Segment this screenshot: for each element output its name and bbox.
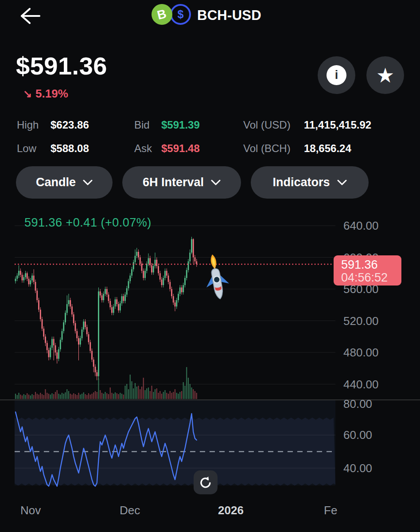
bch-usd-chart-screen: B $ BCH-USD $591.36 ↘5.19% i ★ High $623… xyxy=(0,0,420,532)
indicators-dropdown[interactable]: Indicators xyxy=(251,166,369,199)
chevron-down-icon xyxy=(211,180,221,185)
back-arrow-icon xyxy=(19,6,41,26)
chart-last-price-label: 591.36 +0.41 (+0.07%) xyxy=(24,216,152,230)
info-icon: i xyxy=(327,65,346,85)
chart-type-dropdown[interactable]: Candle xyxy=(16,166,113,199)
vol-bch-value: 18,656.24 xyxy=(304,142,351,155)
low-value: $588.08 xyxy=(51,142,89,155)
bid-label: Bid xyxy=(134,119,150,131)
high-label: High xyxy=(17,119,39,131)
refresh-icon xyxy=(199,476,212,489)
current-price: $591.36 xyxy=(16,51,107,80)
bch-coin-icon: B xyxy=(152,4,172,25)
chevron-down-icon xyxy=(337,180,347,185)
rocket-icon xyxy=(200,254,232,300)
chevron-down-icon xyxy=(83,180,93,185)
bid-value: $591.39 xyxy=(161,119,200,131)
usd-coin-icon: $ xyxy=(170,4,191,25)
pair-title: BCH-USD xyxy=(197,8,261,23)
x-axis-label: Nov xyxy=(20,504,41,517)
vol-usd-label: Vol (USD) xyxy=(243,119,291,131)
x-axis-label: 2026 xyxy=(218,504,244,517)
star-icon: ★ xyxy=(376,65,394,86)
favorite-button[interactable]: ★ xyxy=(366,56,404,94)
vol-bch-label: Vol (BCH) xyxy=(243,142,291,155)
reset-chart-button[interactable] xyxy=(194,470,218,494)
x-axis-label: Dec xyxy=(120,504,140,517)
ask-value: $591.48 xyxy=(161,142,200,155)
vol-usd-value: 11,415,415.92 xyxy=(304,119,371,131)
low-label: Low xyxy=(17,142,36,155)
chart-interaction-area[interactable] xyxy=(0,208,420,497)
tag-countdown: 04:56:52 xyxy=(341,271,401,284)
ask-label: Ask xyxy=(134,142,152,155)
down-arrow-icon: ↘ xyxy=(23,88,32,100)
interval-dropdown[interactable]: 6H Interval xyxy=(122,166,241,199)
high-value: $623.86 xyxy=(51,119,89,131)
current-price-tag: 591.36 04:56:52 xyxy=(334,255,401,286)
back-button[interactable] xyxy=(18,4,43,27)
info-button[interactable]: i xyxy=(318,56,355,94)
tag-price: 591.36 xyxy=(341,258,401,271)
price-change: ↘5.19% xyxy=(23,87,68,101)
x-axis-label: Fe xyxy=(324,504,337,517)
